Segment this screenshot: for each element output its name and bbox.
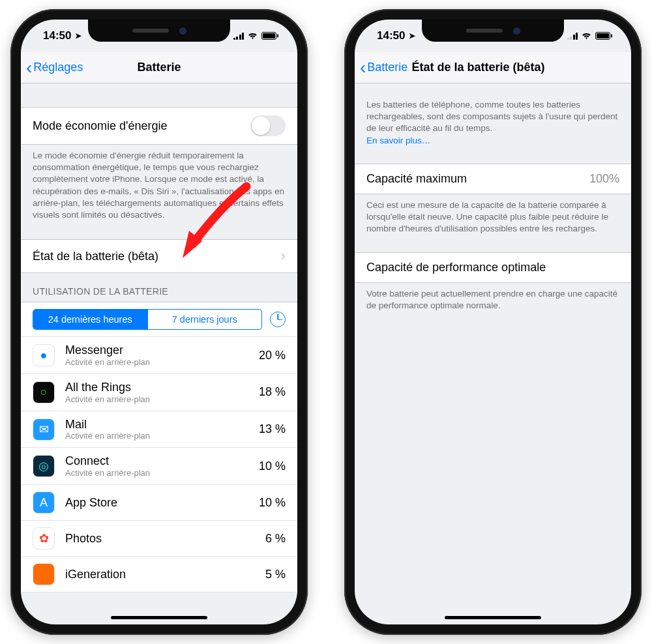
signal-icon [567, 33, 578, 40]
page-title: Batterie [137, 61, 181, 74]
segment-7d[interactable]: 7 derniers jours [147, 310, 262, 329]
low-power-toggle[interactable] [250, 115, 286, 136]
app-subtitle: Activité en arrière-plan [65, 394, 248, 404]
app-name: App Store [65, 496, 248, 510]
app-icon: ● [33, 344, 55, 366]
low-power-footer: Le mode économie d'énergie réduit tempor… [21, 145, 297, 222]
screen-left: 14:50 ➤ ‹ Régl [21, 20, 297, 624]
app-name: Mail [65, 418, 248, 432]
max-capacity-label: Capacité maximum [366, 172, 467, 186]
peak-performance-label: Capacité de performance optimale [366, 261, 546, 274]
back-button[interactable]: ‹ Batterie [360, 59, 408, 77]
battery-health-row[interactable]: État de la batterie (bêta) › [21, 239, 297, 273]
back-label: Batterie [367, 61, 408, 74]
app-row[interactable]: ✉MailActivité en arrière-plan13 % [21, 411, 297, 448]
battery-icon [261, 32, 279, 40]
chevron-right-icon: › [281, 248, 286, 265]
app-row[interactable]: iGeneration5 % [21, 557, 297, 593]
svg-rect-2 [277, 35, 278, 38]
peak-performance-footer: Votre batterie peut actuellement prendre… [355, 283, 631, 313]
iphone-mockup-right: 14:50 ➤ ‹ Batt [344, 9, 642, 635]
time-range-segment[interactable]: 24 dernières heures 7 derniers jours [33, 309, 262, 330]
app-subtitle: Activité en arrière-plan [65, 468, 248, 478]
nav-bar: ‹ Réglages Batterie [21, 52, 297, 83]
location-icon: ➤ [409, 31, 415, 40]
chevron-left-icon: ‹ [26, 59, 32, 77]
iphone-mockup-left: 14:50 ➤ ‹ Régl [10, 9, 308, 635]
back-button[interactable]: ‹ Réglages [26, 59, 83, 77]
max-capacity-footer: Ceci est une mesure de la capacité de la… [355, 194, 631, 237]
app-name: All the Rings [65, 381, 248, 394]
app-name: Photos [65, 532, 255, 546]
wifi-icon [247, 32, 258, 40]
status-time: 14:50 [377, 29, 405, 42]
time-range-row: 24 dernières heures 7 derniers jours [21, 302, 297, 336]
app-percent: 10 % [259, 460, 286, 473]
chevron-left-icon: ‹ [360, 59, 366, 77]
signal-icon [233, 33, 244, 40]
app-row[interactable]: ●MessengerActivité en arrière-plan20 % [21, 336, 297, 374]
svg-rect-5 [597, 33, 609, 38]
battery-icon [595, 32, 613, 40]
app-row[interactable]: ◎ConnectActivité en arrière-plan10 % [21, 448, 297, 485]
segment-24h[interactable]: 24 dernières heures [33, 310, 147, 329]
content[interactable]: Mode économie d'énergie Le mode économie… [21, 83, 297, 624]
app-percent: 10 % [259, 496, 286, 510]
nav-bar: ‹ Batterie État de la batterie (bêta) [355, 52, 631, 83]
app-icon: A [33, 491, 55, 514]
app-percent: 5 % [265, 568, 286, 581]
app-subtitle: Activité en arrière-plan [65, 431, 248, 441]
app-percent: 6 % [265, 532, 286, 546]
app-icon: ✿ [33, 527, 55, 549]
app-subtitle: Activité en arrière-plan [65, 357, 248, 367]
app-name: iGeneration [65, 568, 255, 581]
app-name: Connect [65, 454, 248, 468]
home-indicator[interactable] [111, 616, 207, 619]
notch [88, 20, 230, 42]
app-row[interactable]: AApp Store10 % [21, 485, 297, 521]
app-icon: ◎ [33, 455, 55, 477]
low-power-mode-row[interactable]: Mode économie d'énergie [21, 107, 297, 145]
notch [422, 20, 564, 42]
battery-health-label: État de la batterie (bêta) [33, 250, 158, 263]
app-icon [33, 563, 55, 585]
location-icon: ➤ [75, 31, 82, 40]
app-icon: ○ [33, 381, 55, 403]
svg-rect-6 [611, 35, 612, 38]
page-title: État de la batterie (bêta) [411, 61, 544, 74]
app-row[interactable]: ✿Photos6 % [21, 521, 297, 557]
content[interactable]: Les batteries de téléphone, comme toutes… [355, 83, 631, 624]
peak-performance-row: Capacité de performance optimale [355, 252, 631, 283]
app-percent: 20 % [259, 349, 286, 362]
max-capacity-value: 100% [589, 172, 619, 186]
app-name: Messenger [65, 344, 248, 357]
clock-icon[interactable] [270, 312, 286, 327]
wifi-icon [581, 32, 592, 40]
app-row[interactable]: ○All the RingsActivité en arrière-plan18… [21, 374, 297, 411]
back-label: Réglages [33, 61, 83, 74]
screen-right: 14:50 ➤ ‹ Batt [355, 20, 631, 624]
status-time: 14:50 [43, 29, 71, 42]
home-indicator[interactable] [445, 616, 541, 619]
app-percent: 13 % [259, 422, 286, 436]
learn-more-link[interactable]: En savoir plus… [366, 136, 430, 145]
app-usage-list: ●MessengerActivité en arrière-plan20 %○A… [21, 336, 297, 593]
usage-header: UTILISATION DE LA BATTERIE [21, 273, 297, 302]
max-capacity-row: Capacité maximum 100% [355, 164, 631, 194]
svg-rect-1 [263, 33, 275, 38]
intro-text: Les batteries de téléphone, comme toutes… [355, 83, 631, 148]
app-percent: 18 % [259, 385, 286, 399]
app-icon: ✉ [33, 418, 55, 441]
low-power-label: Mode économie d'énergie [33, 119, 168, 133]
